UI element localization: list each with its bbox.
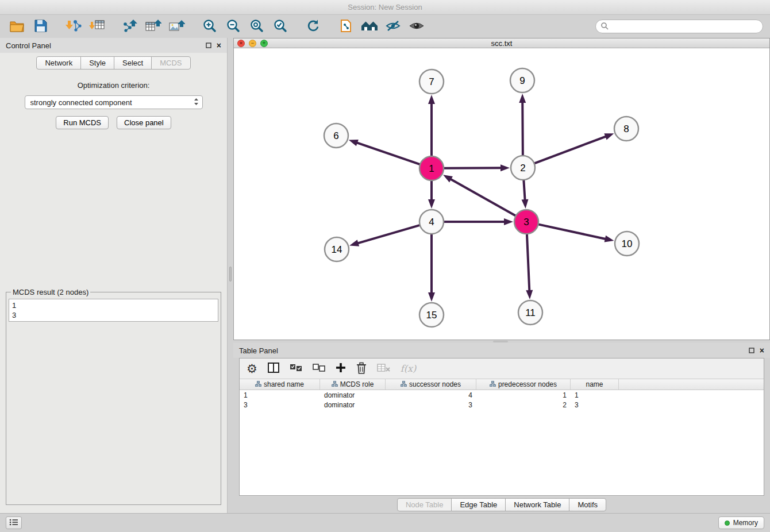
- refresh-view-button[interactable]: [303, 17, 324, 36]
- network-graph[interactable]: 7968124314101511: [234, 48, 770, 338]
- splitter-handle[interactable]: [493, 341, 508, 342]
- column-header-successor-nodes[interactable]: successor nodes: [386, 379, 476, 390]
- run-mcds-button[interactable]: Run MCDS: [56, 116, 109, 129]
- criterion-select[interactable]: strongly connected component: [25, 95, 203, 109]
- node-8[interactable]: 8: [614, 117, 638, 141]
- edge-1-2[interactable]: [444, 168, 500, 168]
- edge-3-10[interactable]: [538, 225, 605, 239]
- show-graphics-details-button[interactable]: [406, 17, 427, 36]
- fit-content-button[interactable]: [247, 17, 267, 36]
- eye-icon: [409, 19, 425, 34]
- search-input[interactable]: [611, 22, 758, 30]
- import-table-icon: [89, 19, 105, 34]
- node-11[interactable]: 11: [518, 300, 542, 325]
- trash-icon: [356, 362, 367, 376]
- node-15[interactable]: 15: [419, 303, 444, 327]
- cell-name[interactable]: 1: [571, 391, 619, 399]
- splitter-handle[interactable]: [229, 267, 232, 282]
- select-stepper-icon: [194, 98, 199, 107]
- zoom-out-button[interactable]: [223, 17, 244, 36]
- show-columns-button[interactable]: [268, 363, 279, 375]
- column-header-shared-name[interactable]: shared name: [240, 379, 320, 390]
- export-image-button[interactable]: [167, 17, 187, 36]
- node-2[interactable]: 2: [511, 156, 535, 180]
- main-toolbar: [0, 15, 770, 38]
- add-column-button[interactable]: [336, 363, 346, 375]
- node-4[interactable]: 4: [419, 210, 444, 234]
- export-annotated-network-button[interactable]: [336, 17, 356, 36]
- column-header-predecessor-nodes[interactable]: predecessor nodes: [476, 379, 571, 390]
- horizontal-splitter[interactable]: [233, 340, 770, 343]
- edge-3-1[interactable]: [451, 179, 515, 215]
- tab-mcds[interactable]: MCDS: [151, 56, 190, 70]
- control-panel: Control Panel × Network Style Select MCD…: [0, 38, 228, 513]
- deselect-all-button[interactable]: [313, 364, 325, 373]
- search-field[interactable]: [595, 20, 763, 33]
- home-button[interactable]: [359, 17, 380, 36]
- tab-select[interactable]: Select: [114, 56, 152, 70]
- cell-mcds-role[interactable]: dominator: [320, 401, 386, 409]
- mcds-result-list[interactable]: 1 3: [9, 299, 218, 322]
- open-session-button[interactable]: [7, 17, 28, 36]
- delete-column-button[interactable]: [356, 362, 367, 376]
- criterion-selected-value: strongly connected component: [30, 98, 194, 107]
- select-all-button[interactable]: [290, 364, 302, 373]
- edge-3-11[interactable]: [527, 234, 529, 290]
- cell-predecessor-nodes[interactable]: 2: [476, 401, 571, 409]
- cell-successor-nodes[interactable]: 4: [386, 391, 476, 399]
- close-panel-button[interactable]: Close panel: [117, 116, 171, 129]
- node-9[interactable]: 9: [510, 68, 534, 92]
- table-row[interactable]: 3 dominator 3 2 3: [240, 400, 764, 410]
- save-disk-icon: [34, 20, 47, 34]
- tab-network-table[interactable]: Network Table: [505, 498, 569, 511]
- table-row[interactable]: 1 dominator 4 1 1: [240, 390, 764, 400]
- cell-shared-name[interactable]: 1: [240, 391, 320, 399]
- edge-2-3[interactable]: [523, 180, 525, 199]
- edge-2-9[interactable]: [522, 103, 523, 155]
- node-1[interactable]: 1: [419, 156, 444, 180]
- memory-button[interactable]: Memory: [718, 516, 764, 529]
- cell-successor-nodes[interactable]: 3: [386, 401, 476, 409]
- cell-name[interactable]: 3: [571, 401, 619, 409]
- zoom-out-icon: [226, 19, 240, 34]
- node-10[interactable]: 10: [615, 232, 639, 256]
- float-panel-icon[interactable]: [749, 346, 754, 355]
- table-settings-button[interactable]: ⚙: [247, 363, 257, 375]
- zoom-in-button[interactable]: [199, 17, 220, 36]
- edge-4-14[interactable]: [358, 225, 419, 243]
- node-6[interactable]: 6: [324, 124, 348, 148]
- cell-mcds-role[interactable]: dominator: [320, 391, 386, 399]
- edge-2-8[interactable]: [535, 137, 606, 163]
- tab-style[interactable]: Style: [80, 56, 114, 70]
- tab-motifs[interactable]: Motifs: [569, 498, 606, 511]
- column-header-mcds-role[interactable]: MCDS role: [320, 379, 386, 390]
- column-header-name[interactable]: name: [571, 379, 619, 390]
- fx-icon: f(x): [401, 363, 416, 374]
- edge-1-6[interactable]: [357, 143, 419, 164]
- toggle-graphics-details-button[interactable]: [383, 17, 403, 36]
- import-table-button[interactable]: [87, 17, 107, 36]
- delete-table-button[interactable]: [377, 363, 390, 374]
- import-network-button[interactable]: [63, 17, 84, 36]
- close-panel-icon[interactable]: ×: [217, 41, 221, 49]
- save-session-button[interactable]: [30, 17, 51, 36]
- show-task-history-button[interactable]: [6, 516, 22, 529]
- node-7[interactable]: 7: [419, 70, 444, 94]
- export-network-button[interactable]: [120, 17, 140, 36]
- tab-edge-table[interactable]: Edge Table: [451, 498, 506, 511]
- node-14[interactable]: 14: [325, 237, 349, 261]
- tab-network[interactable]: Network: [36, 56, 81, 70]
- zoom-selected-button[interactable]: [270, 17, 291, 36]
- float-panel-icon[interactable]: [206, 41, 211, 50]
- vertical-splitter[interactable]: [228, 38, 233, 513]
- export-table-button[interactable]: [143, 17, 164, 36]
- main-content: Control Panel × Network Style Select MCD…: [0, 38, 770, 513]
- cell-shared-name[interactable]: 3: [240, 401, 320, 409]
- function-builder-button[interactable]: f(x): [401, 363, 416, 374]
- network-window-titlebar[interactable]: scc.txt × − +: [234, 38, 769, 48]
- close-panel-icon[interactable]: ×: [760, 346, 764, 354]
- network-canvas[interactable]: 7968124314101511: [234, 48, 769, 340]
- node-3[interactable]: 3: [514, 210, 538, 234]
- tab-node-table[interactable]: Node Table: [397, 498, 452, 511]
- cell-predecessor-nodes[interactable]: 1: [476, 391, 571, 399]
